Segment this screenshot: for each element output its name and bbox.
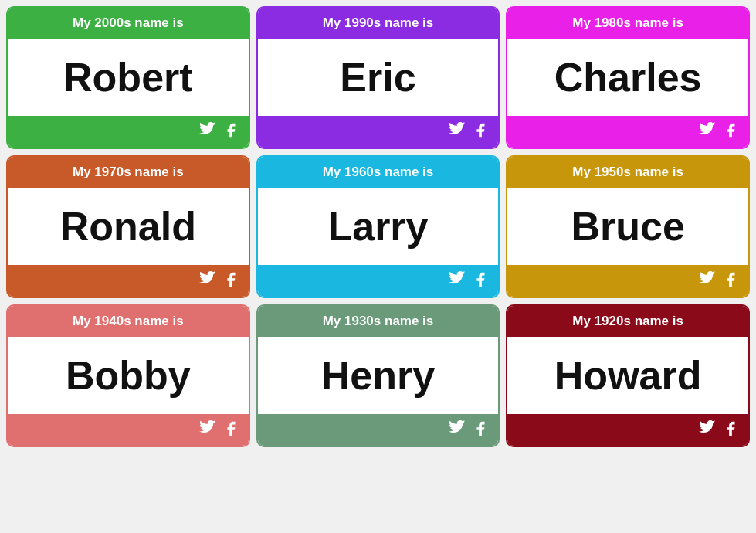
name-card-card-1990s: My 1990s name is Eric <box>256 6 500 149</box>
card-header-card-1930s: My 1930s name is <box>258 306 499 337</box>
twitter-icon-card-1990s[interactable] <box>449 122 466 141</box>
card-body-card-2000s: Robert <box>8 39 249 116</box>
twitter-icon-card-1970s[interactable] <box>199 271 216 290</box>
card-name-card-1930s: Henry <box>321 352 435 399</box>
twitter-icon-card-1960s[interactable] <box>449 271 466 290</box>
card-name-card-1920s: Howard <box>554 352 702 399</box>
twitter-icon-card-1920s[interactable] <box>699 420 716 440</box>
name-card-card-1920s: My 1920s name is Howard <box>506 304 750 447</box>
twitter-icon-card-2000s[interactable] <box>199 122 216 141</box>
card-footer-card-1950s <box>507 265 748 297</box>
card-footer-card-1980s <box>507 116 748 148</box>
card-header-card-1920s: My 1920s name is <box>507 306 748 337</box>
facebook-icon-card-1990s[interactable] <box>472 122 489 141</box>
name-card-card-1930s: My 1930s name is Henry <box>256 304 500 447</box>
name-card-card-1950s: My 1950s name is Bruce <box>506 155 750 298</box>
card-name-card-1950s: Bruce <box>571 203 684 250</box>
card-body-card-1920s: Howard <box>507 337 748 414</box>
card-name-card-1980s: Charles <box>554 54 702 100</box>
card-body-card-1990s: Eric <box>258 39 499 116</box>
cards-grid: My 2000s name is Robert My 1990s name is… <box>0 0 756 453</box>
facebook-icon-card-1940s[interactable] <box>222 420 239 440</box>
name-card-card-1970s: My 1970s name is Ronald <box>6 155 250 298</box>
card-footer-card-1960s <box>258 265 499 297</box>
card-name-card-1990s: Eric <box>340 54 415 100</box>
name-card-card-1940s: My 1940s name is Bobby <box>6 304 250 447</box>
card-footer-card-1920s <box>507 414 748 446</box>
twitter-icon-card-1980s[interactable] <box>699 122 716 141</box>
card-body-card-1950s: Bruce <box>507 188 748 265</box>
card-header-card-1940s: My 1940s name is <box>8 306 249 337</box>
card-body-card-1980s: Charles <box>507 39 748 116</box>
facebook-icon-card-1960s[interactable] <box>472 271 489 290</box>
facebook-icon-card-1980s[interactable] <box>722 122 739 141</box>
card-header-card-1960s: My 1960s name is <box>258 157 499 188</box>
card-footer-card-1940s <box>8 414 249 446</box>
facebook-icon-card-1930s[interactable] <box>472 420 489 440</box>
name-card-card-1980s: My 1980s name is Charles <box>506 6 750 149</box>
name-card-card-2000s: My 2000s name is Robert <box>6 6 250 149</box>
card-header-card-1950s: My 1950s name is <box>507 157 748 188</box>
facebook-icon-card-1970s[interactable] <box>222 271 239 290</box>
card-header-card-1970s: My 1970s name is <box>8 157 249 188</box>
card-name-card-1960s: Larry <box>327 203 428 250</box>
twitter-icon-card-1930s[interactable] <box>449 420 466 440</box>
card-name-card-1940s: Bobby <box>66 352 191 399</box>
card-footer-card-1930s <box>258 414 499 446</box>
card-header-card-1990s: My 1990s name is <box>258 8 499 39</box>
twitter-icon-card-1950s[interactable] <box>699 271 716 290</box>
card-body-card-1970s: Ronald <box>8 188 249 265</box>
card-header-card-2000s: My 2000s name is <box>8 8 249 39</box>
card-footer-card-1990s <box>258 116 499 148</box>
card-name-card-2000s: Robert <box>63 54 193 100</box>
card-body-card-1930s: Henry <box>258 337 499 414</box>
card-body-card-1940s: Bobby <box>8 337 249 414</box>
twitter-icon-card-1940s[interactable] <box>199 420 216 440</box>
card-header-card-1980s: My 1980s name is <box>507 8 748 39</box>
card-name-card-1970s: Ronald <box>60 203 196 250</box>
card-footer-card-2000s <box>8 116 249 148</box>
name-card-card-1960s: My 1960s name is Larry <box>256 155 500 298</box>
card-footer-card-1970s <box>8 265 249 297</box>
facebook-icon-card-1950s[interactable] <box>722 271 739 290</box>
facebook-icon-card-1920s[interactable] <box>722 420 739 440</box>
card-body-card-1960s: Larry <box>258 188 499 265</box>
facebook-icon-card-2000s[interactable] <box>222 122 239 141</box>
